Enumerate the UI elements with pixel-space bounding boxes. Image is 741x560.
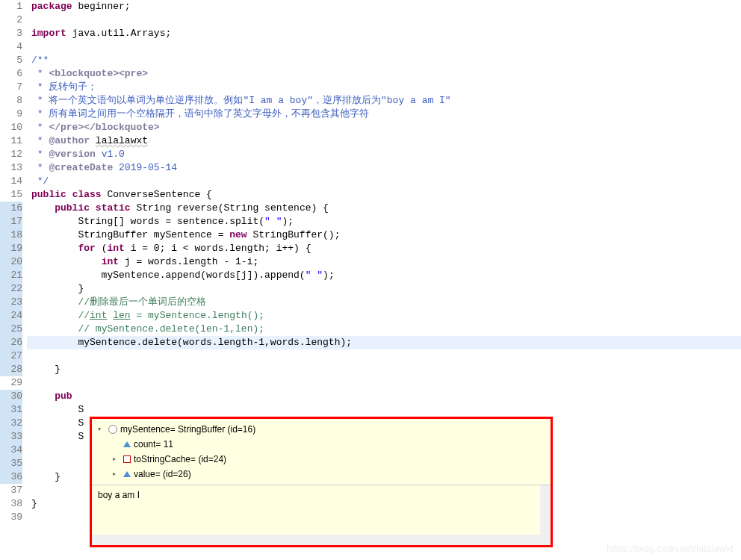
debug-var-row[interactable]: ▸toStringCache= (id=24) <box>98 452 545 467</box>
debug-variable-popup[interactable]: ▾ mySentence= StringBuffer (id=16) count… <box>90 417 553 547</box>
code-line[interactable]: StringBuffer mySentence = new StringBuff… <box>27 228 741 242</box>
line-number: 20 <box>0 255 22 269</box>
line-number: 39 <box>0 511 22 524</box>
line-number: 18 <box>0 228 22 242</box>
code-line[interactable]: * @version v1.0 <box>27 148 741 161</box>
line-number: 5 <box>0 54 22 67</box>
debug-var-name: mySentence= StringBuffer (id=16) <box>120 422 255 437</box>
code-line[interactable]: /** <box>27 54 741 67</box>
line-number: 10 <box>0 121 22 134</box>
line-number: 17 <box>0 215 22 228</box>
line-number: 4 <box>0 40 22 54</box>
expand-icon[interactable]: ▸ <box>113 452 120 467</box>
code-line[interactable]: mySentence.append(words[j]).append(" "); <box>27 269 741 282</box>
code-line[interactable]: int j = words.length - 1-i; <box>27 255 741 269</box>
line-number: 16 <box>0 202 22 215</box>
debug-var-label: toStringCache= (id=24) <box>134 452 226 467</box>
code-line[interactable]: //删除最后一个单词后的空格 <box>27 296 741 309</box>
line-number: 13 <box>0 161 22 175</box>
line-number: 33 <box>0 430 22 444</box>
line-number: 11 <box>0 134 22 148</box>
code-line[interactable]: * <blockquote><pre> <box>27 67 741 81</box>
code-line[interactable]: for (int i = 0; i < words.length; i++) { <box>27 242 741 255</box>
code-line[interactable]: public static String reverse(String sent… <box>27 202 741 215</box>
line-number: 32 <box>0 417 22 430</box>
code-line[interactable]: * @createDate 2019-05-14 <box>27 161 741 175</box>
line-number: 23 <box>0 296 22 309</box>
debug-tree[interactable]: ▾ mySentence= StringBuffer (id=16) count… <box>92 419 551 485</box>
code-line[interactable]: package beginner; <box>27 0 741 13</box>
line-number: 12 <box>0 148 22 161</box>
line-number: 35 <box>0 457 22 470</box>
code-line[interactable] <box>27 349 741 363</box>
code-line[interactable]: } <box>27 363 741 376</box>
line-number: 27 <box>0 349 22 363</box>
line-number: 14 <box>0 175 22 188</box>
code-line[interactable]: import java.util.Arrays; <box>27 27 741 40</box>
object-icon <box>108 425 117 434</box>
line-number: 1 <box>0 0 22 13</box>
line-number: 22 <box>0 282 22 296</box>
watermark: https://blog.csdn.net/lalalawxt <box>607 543 734 554</box>
line-number: 38 <box>0 497 22 511</box>
debug-var-row[interactable]: ▸value= (id=26) <box>98 467 545 482</box>
debug-var-label: value= (id=26) <box>134 467 191 482</box>
line-number: 7 <box>0 81 22 94</box>
debug-var-row[interactable]: count= 11 <box>98 437 545 452</box>
code-line[interactable] <box>27 376 741 390</box>
code-line[interactable]: String[] words = sentence.split(" "); <box>27 215 741 228</box>
line-number: 6 <box>0 67 22 81</box>
line-number: 31 <box>0 403 22 417</box>
line-number: 15 <box>0 188 22 202</box>
code-line[interactable] <box>27 13 741 27</box>
line-number: 25 <box>0 323 22 336</box>
line-number: 19 <box>0 242 22 255</box>
code-line[interactable]: S <box>27 403 741 417</box>
code-line[interactable]: * </pre></blockquote> <box>27 121 741 134</box>
line-number: 21 <box>0 269 22 282</box>
line-number: 2 <box>0 13 22 27</box>
code-line[interactable]: * 将一个英文语句以单词为单位逆序排放。例如"I am a boy"，逆序排放后… <box>27 94 741 108</box>
line-number: 36 <box>0 470 22 484</box>
line-number: 9 <box>0 108 22 121</box>
debug-output-text: boy a am I <box>98 490 140 500</box>
field-icon <box>123 441 131 447</box>
code-line[interactable]: pub <box>27 390 741 403</box>
line-number: 3 <box>0 27 22 40</box>
code-line[interactable]: //int len = mySentence.length(); <box>27 309 741 323</box>
debug-var-label: count= 11 <box>134 437 173 452</box>
code-line[interactable]: public class ConverseSentence { <box>27 188 741 202</box>
line-number: 30 <box>0 390 22 403</box>
code-line[interactable]: * 反转句子； <box>27 81 741 94</box>
code-line[interactable]: * @author lalalawxt <box>27 134 741 148</box>
code-line[interactable]: } <box>27 282 741 296</box>
line-number: 24 <box>0 309 22 323</box>
line-number: 29 <box>0 376 22 390</box>
debug-output: boy a am I <box>92 485 551 545</box>
code-line[interactable]: */ <box>27 175 741 188</box>
code-line[interactable] <box>27 40 741 54</box>
debug-var-header[interactable]: ▾ mySentence= StringBuffer (id=16) <box>98 422 545 437</box>
line-number: 34 <box>0 444 22 457</box>
line-gutter: 1234567891011121314151617181920212223242… <box>0 0 27 524</box>
field-icon <box>123 471 131 477</box>
scrollbar-horizontal[interactable] <box>92 535 551 545</box>
line-number: 37 <box>0 484 22 497</box>
code-line[interactable]: // mySentence.delete(len-1,len); <box>27 323 741 336</box>
expand-icon[interactable]: ▸ <box>113 467 120 482</box>
code-line[interactable]: * 所有单词之间用一个空格隔开，语句中除了英文字母外，不再包含其他字符 <box>27 108 741 121</box>
scrollbar-vertical[interactable] <box>540 485 551 535</box>
collapse-icon[interactable]: ▾ <box>98 422 105 437</box>
line-number: 26 <box>0 336 22 349</box>
code-line[interactable]: mySentence.delete(words.length-1,words.l… <box>27 336 741 349</box>
char-array-icon <box>123 455 131 463</box>
line-number: 8 <box>0 94 22 108</box>
line-number: 28 <box>0 363 22 376</box>
